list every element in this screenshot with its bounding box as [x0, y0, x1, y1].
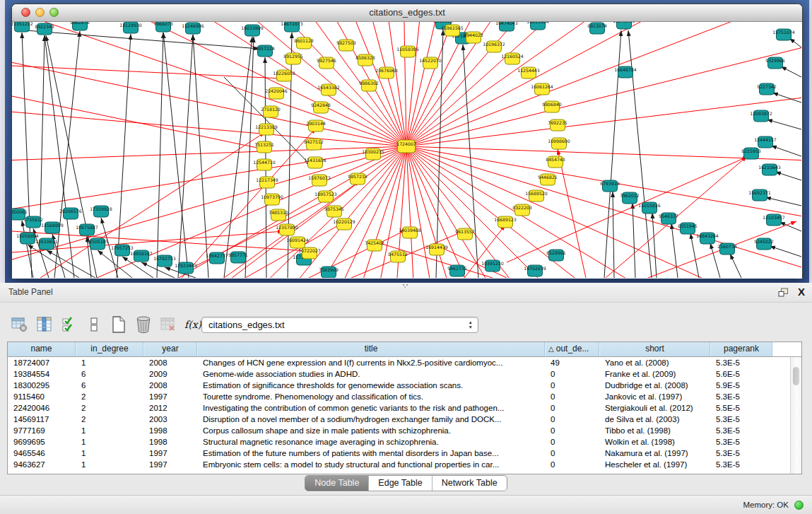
network-node[interactable]: 18957523: [314, 191, 337, 202]
network-node[interactable]: 10220129: [333, 218, 355, 230]
network-node[interactable]: 15688520: [525, 190, 548, 201]
network-node[interactable]: 7485310: [269, 209, 288, 221]
column-header-year[interactable]: year: [143, 342, 197, 356]
network-node[interactable]: 13942737: [206, 252, 228, 264]
tab-edge-table[interactable]: Edge Table: [368, 476, 431, 491]
table-row[interactable]: 946554611997Estimation of the future num…: [8, 448, 791, 459]
table-selector-dropdown[interactable]: citations_edges.txt ▲ ▼: [201, 317, 478, 333]
network-node[interactable]: 8215953: [741, 148, 761, 159]
network-node[interactable]: 18843264: [696, 233, 719, 244]
network-node[interactable]: 14702039: [524, 265, 546, 276]
network-node[interactable]: 8427512: [304, 139, 324, 150]
network-node[interactable]: 23676068: [375, 67, 398, 78]
table-row[interactable]: 1938455462009Genome-wide association stu…: [8, 368, 791, 380]
network-node[interactable]: 7425402: [365, 240, 384, 251]
network-node[interactable]: 8322203: [512, 204, 532, 216]
table-row[interactable]: 2242004622012Investigating the contribut…: [8, 402, 791, 414]
network-node[interactable]: 2160734: [717, 243, 737, 255]
network-node[interactable]: 16689123: [494, 216, 517, 228]
tab-node-table[interactable]: Node Table: [305, 476, 368, 491]
network-node[interactable]: 15246906: [182, 23, 204, 34]
tab-network-table[interactable]: Network Table: [432, 476, 507, 491]
network-node[interactable]: 8601128: [294, 37, 314, 49]
network-node[interactable]: 9827503: [336, 40, 356, 51]
network-node[interactable]: 16914479: [425, 244, 448, 255]
table-row[interactable]: 1456911722003Disruption of a novel membe…: [8, 414, 791, 425]
network-node[interactable]: 9613557: [455, 228, 475, 240]
network-node[interactable]: 10998690: [548, 138, 570, 149]
network-node[interactable]: 9462735: [447, 265, 467, 276]
table-vertical-scrollbar[interactable]: [790, 357, 801, 474]
network-node[interactable]: 14039488: [399, 227, 421, 238]
column-header-title[interactable]: title: [197, 342, 545, 356]
table-row[interactable]: 946362711997Embryonic stem cells: a mode…: [8, 459, 791, 470]
network-node[interactable]: 9735612: [23, 216, 43, 228]
network-node[interactable]: 12544710: [253, 159, 276, 170]
network-node[interactable]: 12610651: [35, 238, 58, 250]
network-node[interactable]: 16648784: [614, 66, 637, 78]
network-node[interactable]: 20206576: [59, 208, 82, 219]
network-node[interactable]: 18226058: [273, 70, 295, 81]
table-row[interactable]: 977716911998Corpus callosum shape and si…: [8, 425, 791, 436]
network-node[interactable]: 9827546: [317, 57, 336, 69]
network-node[interactable]: 21351212: [12, 22, 33, 32]
network-node[interactable]: 9857771: [228, 252, 248, 263]
network-node[interactable]: 7513251: [254, 141, 274, 153]
network-node[interactable]: 10973790: [261, 194, 283, 205]
network-node[interactable]: 9886302: [359, 80, 379, 91]
close-panel-icon[interactable]: X: [798, 285, 805, 299]
network-node[interactable]: 8475512: [388, 251, 408, 262]
network-node[interactable]: 9245022: [754, 238, 774, 250]
network-node[interactable]: 1724007: [396, 140, 416, 153]
table-row[interactable]: 969969511998Structural magnetic resonanc…: [8, 436, 791, 448]
network-node[interactable]: 16648760: [613, 22, 635, 29]
network-node[interactable]: 11568809: [41, 222, 64, 233]
network-node[interactable]: 14672873: [281, 22, 303, 32]
table-row[interactable]: 911546021997Tourette syndrome. Phenomeno…: [8, 391, 791, 402]
network-node[interactable]: 7962012: [620, 192, 640, 204]
scrollbar-thumb[interactable]: [793, 367, 799, 385]
network-node[interactable]: 7692235: [548, 119, 567, 131]
network-window-titlebar[interactable]: citations_edges.txt: [12, 4, 802, 22]
network-node[interactable]: 15751074: [772, 29, 795, 40]
row-height-button[interactable]: [86, 315, 102, 334]
network-node[interactable]: 8922343: [35, 23, 54, 35]
network-node[interactable]: 15692371: [748, 189, 771, 201]
network-node[interactable]: 11015816: [638, 202, 661, 214]
function-builder-button[interactable]: f(x): [184, 315, 201, 334]
network-node[interactable]: 17359928: [90, 206, 112, 217]
network-node[interactable]: 2803144: [306, 120, 326, 132]
column-header-in-degree[interactable]: in_degree: [76, 342, 143, 356]
memory-status-label[interactable]: Memory: OK: [743, 496, 789, 514]
network-node[interactable]: 9227342: [757, 83, 777, 95]
network-node[interactable]: 8912955: [283, 53, 303, 64]
network-node[interactable]: 9446821: [538, 174, 558, 185]
network-node[interactable]: 11431656: [304, 157, 326, 168]
network-node[interactable]: 22420046: [265, 88, 288, 99]
network-node[interactable]: 9329966: [765, 57, 785, 69]
network-node[interactable]: 7966073: [153, 22, 173, 32]
panel-splitter-handle[interactable]: [401, 284, 412, 288]
network-node[interactable]: 16091424: [286, 237, 309, 248]
create-column-button[interactable]: [110, 315, 127, 334]
network-node[interactable]: 16543382: [317, 84, 340, 95]
float-panel-icon[interactable]: [778, 288, 789, 297]
network-node[interactable]: 6793919: [600, 180, 620, 192]
network-view[interactable]: 2135121289223439862876131299307966073152…: [12, 22, 802, 279]
network-node[interactable]: 9806840: [542, 101, 562, 112]
table-row[interactable]: 1830029562008Estimation of significance …: [8, 380, 791, 391]
network-node[interactable]: 19013904: [526, 22, 549, 30]
delete-table-button-disabled[interactable]: [160, 315, 177, 334]
network-node[interactable]: 7583909: [319, 267, 339, 278]
column-header-pagerank[interactable]: pagerank: [710, 342, 772, 356]
network-node[interactable]: 8186328: [355, 54, 375, 66]
network-node[interactable]: 9546327: [659, 213, 678, 224]
network-svg[interactable]: 2135121289223439862876131299307966073152…: [12, 22, 801, 278]
network-node[interactable]: 10391210: [481, 260, 504, 271]
network-node[interactable]: 14522070: [419, 57, 442, 69]
network-node[interactable]: 8551945: [678, 223, 698, 234]
network-node[interactable]: 8454743: [546, 156, 565, 168]
network-node[interactable]: 7857224: [255, 45, 275, 57]
network-node[interactable]: 13129930: [119, 22, 142, 33]
network-node[interactable]: 8944023: [464, 32, 483, 43]
